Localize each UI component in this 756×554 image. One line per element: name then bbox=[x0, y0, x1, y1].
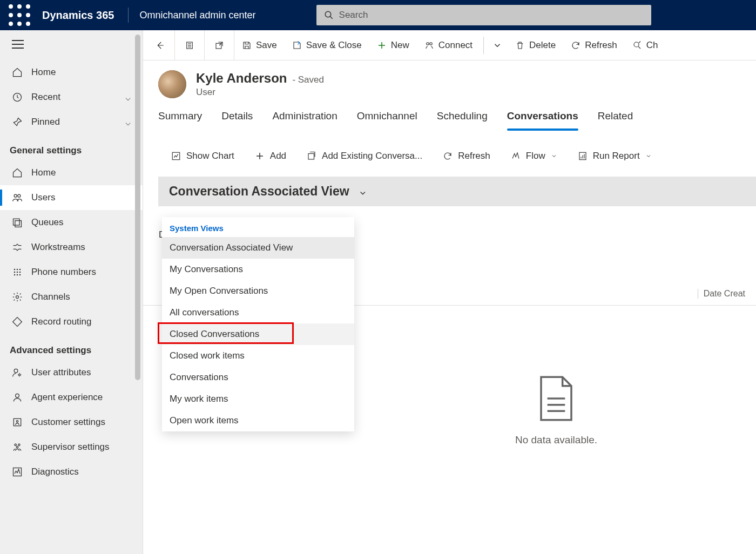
svg-point-47 bbox=[634, 42, 639, 47]
sidebar-item-label: Diagnostics bbox=[31, 467, 79, 477]
sidebar-scrollbar[interactable] bbox=[135, 35, 140, 380]
current-view-name: Conversation Associated View bbox=[169, 184, 349, 199]
connect-button[interactable]: Connect bbox=[417, 30, 480, 60]
run-report-button[interactable]: Run Report bbox=[569, 145, 660, 167]
dropdown-option[interactable]: Conversation Associated View bbox=[162, 237, 354, 259]
sidebar-item-pinned[interactable]: Pinned ⌵ bbox=[0, 110, 143, 134]
svg-point-24 bbox=[19, 272, 21, 273]
back-button[interactable] bbox=[145, 30, 175, 60]
home-icon bbox=[12, 167, 23, 178]
new-button[interactable]: New bbox=[369, 30, 417, 60]
sidebar-item-label: User attributes bbox=[31, 367, 91, 378]
svg-point-21 bbox=[19, 269, 21, 271]
flow-button[interactable]: Flow bbox=[502, 145, 566, 167]
svg-point-4 bbox=[17, 13, 22, 17]
save-button[interactable]: Save bbox=[234, 30, 285, 60]
tab-administration[interactable]: Administration bbox=[272, 110, 337, 130]
route-icon bbox=[12, 316, 23, 327]
tab-omnichannel[interactable]: Omnichannel bbox=[357, 110, 417, 130]
tab-details[interactable]: Details bbox=[221, 110, 253, 130]
chevron-down-icon bbox=[551, 153, 557, 159]
save-close-button[interactable]: Save & Close bbox=[285, 30, 369, 60]
dropdown-option-closed-conversations[interactable]: Closed Conversations bbox=[162, 323, 354, 345]
sidebar-item-label: Workstreams bbox=[31, 242, 85, 253]
svg-point-31 bbox=[16, 394, 19, 397]
refresh-button[interactable]: Refresh bbox=[563, 30, 625, 60]
save-close-icon bbox=[292, 40, 302, 50]
sidebar-item-label: Agent experience bbox=[31, 392, 103, 403]
app-title[interactable]: Omnichannel admin center bbox=[133, 10, 262, 21]
sidebar-item-customer-settings[interactable]: Customer settings bbox=[0, 410, 143, 435]
sidebar-section-general: General settings bbox=[0, 134, 143, 160]
plus-icon bbox=[255, 151, 265, 161]
hamburger-icon[interactable] bbox=[0, 30, 143, 60]
tab-scheduling[interactable]: Scheduling bbox=[437, 110, 488, 130]
sidebar-item-user-attributes[interactable]: User attributes bbox=[0, 360, 143, 385]
sidebar-section-advanced: Advanced settings bbox=[0, 334, 143, 360]
add-existing-button[interactable]: Add Existing Conversa... bbox=[298, 145, 431, 167]
dropdown-option[interactable]: My Open Conversations bbox=[162, 280, 354, 302]
delete-button[interactable]: Delete bbox=[508, 30, 563, 60]
add-existing-icon bbox=[307, 151, 316, 161]
svg-point-20 bbox=[17, 269, 18, 271]
sidebar-item-supervisor-settings[interactable]: Supervisor settings bbox=[0, 435, 143, 460]
list-icon[interactable] bbox=[175, 30, 205, 60]
sidebar-item-queues[interactable]: Queues bbox=[0, 210, 143, 235]
open-new-window-icon[interactable] bbox=[205, 30, 234, 60]
sidebar-item-phone-numbers[interactable]: Phone numbers bbox=[0, 260, 143, 285]
sidebar-item-workstreams[interactable]: Workstreams bbox=[0, 235, 143, 260]
svg-point-46 bbox=[430, 42, 433, 45]
add-button[interactable]: Add bbox=[246, 145, 295, 167]
sidebar-item-diagnostics[interactable]: Diagnostics bbox=[0, 460, 143, 484]
cmd-label: Delete bbox=[529, 40, 556, 51]
subcmd-label: Flow bbox=[526, 151, 545, 161]
column-header-date-created[interactable]: Date Creat bbox=[698, 289, 745, 299]
empty-state: No data available. bbox=[515, 374, 597, 446]
sidebar-item-home-2[interactable]: Home bbox=[0, 160, 143, 185]
sidebar-item-label: Supervisor settings bbox=[31, 442, 110, 452]
tab-summary[interactable]: Summary bbox=[158, 110, 202, 130]
avatar bbox=[158, 70, 186, 98]
grid-header-row: Date Creat bbox=[356, 240, 756, 299]
cmd-label: New bbox=[391, 40, 409, 51]
plus-icon bbox=[377, 40, 387, 50]
svg-point-35 bbox=[18, 444, 20, 445]
sidebar-item-agent-experience[interactable]: Agent experience bbox=[0, 385, 143, 410]
dropdown-option[interactable]: Conversations bbox=[162, 367, 354, 388]
search-input[interactable] bbox=[339, 10, 644, 21]
refresh-icon bbox=[571, 40, 580, 50]
svg-point-27 bbox=[19, 274, 21, 276]
svg-point-1 bbox=[17, 4, 22, 9]
brand-title[interactable]: Dynamics 365 bbox=[32, 9, 124, 22]
separator bbox=[483, 37, 484, 54]
sidebar-item-record-routing[interactable]: Record routing bbox=[0, 309, 143, 334]
dropdown-option[interactable]: My work items bbox=[162, 388, 354, 410]
tab-conversations[interactable]: Conversations bbox=[507, 110, 578, 130]
dropdown-option-label: Closed Conversations bbox=[170, 329, 259, 339]
subcmd-label: Run Report bbox=[593, 151, 640, 161]
cmd-label: Connect bbox=[438, 40, 473, 51]
refresh-icon bbox=[443, 151, 453, 161]
dropdown-option[interactable]: My Conversations bbox=[162, 259, 354, 280]
sidebar-item-channels[interactable]: Channels bbox=[0, 285, 143, 309]
sidebar-item-recent[interactable]: Recent ⌵ bbox=[0, 85, 143, 110]
dropdown-option[interactable]: All conversations bbox=[162, 302, 354, 323]
view-selector[interactable]: Conversation Associated View ⌵ bbox=[158, 177, 756, 206]
sidebar-item-home[interactable]: Home bbox=[0, 60, 143, 85]
svg-point-6 bbox=[9, 22, 13, 26]
connect-icon bbox=[424, 40, 434, 50]
cmd-label: Save bbox=[256, 40, 277, 51]
sidebar-item-users[interactable]: Users bbox=[0, 185, 143, 210]
dropdown-option[interactable]: Open work items bbox=[162, 410, 354, 431]
connect-dropdown[interactable] bbox=[487, 30, 508, 60]
global-search[interactable] bbox=[316, 5, 651, 25]
refresh-subgrid-button[interactable]: Refresh bbox=[434, 145, 499, 167]
dropdown-option[interactable]: Closed work items bbox=[162, 345, 354, 367]
sidebar-item-label: Recent bbox=[31, 92, 60, 103]
app-launcher-icon[interactable] bbox=[6, 0, 32, 30]
show-chart-button[interactable]: Show Chart bbox=[163, 145, 243, 167]
sidebar-item-label: Home bbox=[31, 67, 56, 78]
check-button[interactable]: Ch bbox=[625, 30, 666, 60]
svg-point-25 bbox=[14, 274, 16, 276]
tab-related[interactable]: Related bbox=[598, 110, 633, 130]
